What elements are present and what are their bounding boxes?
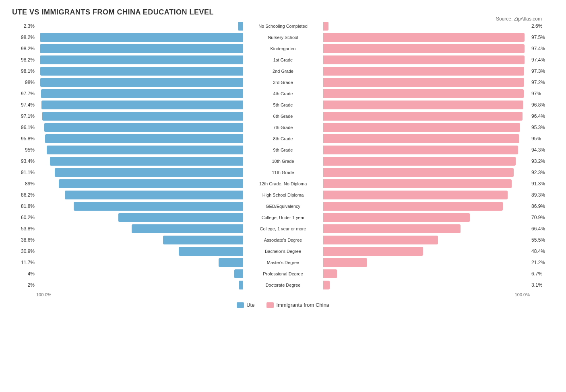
right-bar (323, 258, 367, 267)
left-bar (47, 146, 243, 154)
bar-row: 97.4%5th Grade96.8% (12, 99, 554, 111)
center-label: 10th Grade (243, 159, 323, 164)
right-bar-wrap (323, 258, 530, 267)
left-value: 4% (12, 271, 36, 277)
left-bar-wrap (36, 236, 243, 244)
right-bar-wrap (323, 123, 530, 132)
right-bar-wrap (323, 55, 530, 64)
left-bar (40, 67, 243, 76)
bar-row: 93.4%10th Grade93.2% (12, 156, 554, 167)
bar-row: 60.2%College, Under 1 year70.9% (12, 212, 554, 223)
center-label: College, Under 1 year (243, 215, 323, 220)
right-value: 92.3% (530, 170, 554, 175)
right-bar-wrap (323, 22, 530, 31)
right-bar-wrap (323, 224, 530, 233)
right-value: 6.7% (530, 271, 554, 277)
left-bar (40, 44, 243, 53)
right-bar (323, 157, 516, 166)
left-value: 86.2% (12, 192, 36, 198)
bottom-axis: 100.0% 100.0% (12, 292, 554, 297)
left-bar (45, 134, 243, 143)
center-label: 5th Grade (243, 103, 323, 107)
center-label: Master's Degree (243, 260, 323, 265)
center-label: 12th Grade, No Diploma (243, 181, 323, 186)
right-value: 96.8% (530, 102, 554, 108)
chart-title: UTE VS IMMIGRANTS FROM CHINA EDUCATION L… (12, 8, 554, 16)
bars-container: 2.3%No Schooling Completed2.6%98.2%Nurse… (12, 21, 554, 291)
right-bar (323, 89, 524, 98)
legend: Ute Immigrants from China (12, 302, 554, 308)
right-bar-wrap (323, 146, 530, 154)
center-label: No Schooling Completed (243, 24, 323, 29)
center-label: Bachelor's Degree (243, 249, 323, 254)
bar-row: 98%3rd Grade97.2% (12, 77, 554, 88)
right-bar (323, 281, 330, 289)
left-value: 98.2% (12, 35, 36, 40)
right-value: 48.4% (530, 248, 554, 254)
right-bar-wrap (323, 247, 530, 256)
right-bar (323, 22, 328, 31)
left-bar (41, 101, 243, 109)
right-bar (323, 202, 503, 211)
right-value: 93.2% (530, 158, 554, 164)
right-bar (323, 112, 523, 121)
left-bar (59, 179, 243, 188)
center-label: 9th Grade (243, 148, 323, 152)
center-label: 8th Grade (243, 136, 323, 141)
right-value: 70.9% (530, 215, 554, 220)
bar-row: 89%12th Grade, No Diploma91.3% (12, 178, 554, 189)
left-bar (239, 281, 243, 289)
left-bar-wrap (36, 269, 243, 278)
left-value: 2% (12, 282, 36, 288)
right-bar-wrap (323, 134, 530, 143)
left-value: 95.8% (12, 136, 36, 142)
right-value: 95% (530, 136, 554, 142)
center-label: Doctorate Degree (243, 283, 323, 287)
left-bar-wrap (36, 168, 243, 177)
right-bar (323, 33, 525, 42)
left-bar-wrap (36, 101, 243, 109)
left-value: 96.1% (12, 125, 36, 130)
left-value: 89% (12, 181, 36, 187)
right-bar (323, 213, 470, 222)
right-bar-wrap (323, 44, 530, 53)
bar-row: 95.8%8th Grade95% (12, 133, 554, 144)
bar-row: 98.2%Nursery School97.5% (12, 32, 554, 43)
right-bar-wrap (323, 213, 530, 222)
left-value: 93.4% (12, 158, 36, 164)
right-bar (323, 179, 512, 188)
left-bar (118, 213, 243, 222)
right-bar-wrap (323, 67, 530, 76)
center-label: 3rd Grade (243, 80, 323, 85)
chart-area: 2.3%No Schooling Completed2.6%98.2%Nurse… (12, 21, 554, 308)
right-bar-wrap (323, 269, 530, 278)
right-bar-wrap (323, 89, 530, 98)
bar-row: 95%9th Grade94.3% (12, 144, 554, 156)
left-value: 53.8% (12, 226, 36, 232)
bar-row: 53.8%College, 1 year or more66.4% (12, 223, 554, 234)
left-value: 2.3% (12, 23, 36, 29)
left-value: 97.1% (12, 113, 36, 119)
bar-row: 81.8%GED/Equivalency86.9% (12, 201, 554, 212)
legend-item-left: Ute (237, 302, 254, 308)
bar-row: 11.7%Master's Degree21.2% (12, 257, 554, 268)
right-bar (323, 224, 461, 233)
right-bar-wrap (323, 236, 530, 244)
center-label: 4th Grade (243, 91, 323, 96)
bar-row: 98.1%2nd Grade97.3% (12, 66, 554, 77)
right-value: 89.3% (530, 192, 554, 198)
axis-left: 100.0% (36, 292, 51, 297)
left-bar (219, 258, 243, 267)
center-label: High School Diploma (243, 193, 323, 197)
right-bar-wrap (323, 179, 530, 188)
right-value: 97% (530, 91, 554, 96)
bar-row: 2.3%No Schooling Completed2.6% (12, 21, 554, 32)
left-bar-wrap (36, 224, 243, 233)
left-bar (238, 22, 243, 31)
center-label: Associate's Degree (243, 238, 323, 242)
center-label: Nursery School (243, 35, 323, 40)
right-value: 97.2% (530, 80, 554, 85)
legend-label-left: Ute (246, 302, 254, 308)
center-label: College, 1 year or more (243, 226, 323, 231)
left-value: 95% (12, 147, 36, 153)
